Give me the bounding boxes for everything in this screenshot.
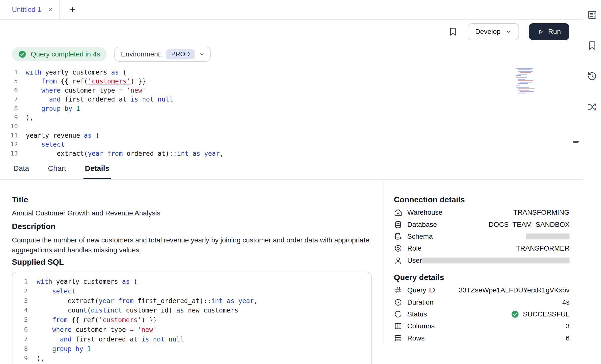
redacted-value <box>422 258 570 263</box>
supplied-sql-block: 1with yearly_customers as (2 select3 ext… <box>12 272 372 364</box>
line-number: 1 <box>0 68 18 77</box>
columns-icon <box>394 322 402 330</box>
code-text: and first_ordered_at is not null <box>37 335 184 344</box>
code-text: extract(year from ordered_at)::int as ye… <box>26 149 223 158</box>
tab-details[interactable]: Details <box>83 158 111 179</box>
queue-icon <box>587 9 598 20</box>
details-panel: Title Annual Customer Growth and Revenue… <box>0 180 383 344</box>
environment-selector[interactable]: Environment: PROD <box>114 47 211 62</box>
code-text: with yearly_customers as ( <box>37 277 137 286</box>
history-button[interactable] <box>587 71 598 82</box>
editor-tab-bar: Untitled 1 × <box>0 0 583 20</box>
code-text: ), <box>37 354 44 363</box>
code-text: where customer_type = 'new' <box>26 86 146 95</box>
environment-label: Environment: <box>121 50 162 58</box>
query-details-rows: Query ID33TZseWpe1ALFDUYerxR1gVKxbvDurat… <box>394 284 570 344</box>
detail-row-rows: Rows6 <box>394 332 570 344</box>
code-text: with yearly_customers as ( <box>26 68 127 77</box>
detail-value: 6 <box>566 334 570 342</box>
line-number: 5 <box>0 77 18 86</box>
line-number: 6 <box>12 325 28 335</box>
line-number: 1 <box>12 277 28 286</box>
bookmark-button[interactable] <box>448 27 458 37</box>
editor-minimap[interactable] <box>516 68 545 95</box>
line-number: 11 <box>0 131 18 140</box>
code-text: where customer_type = 'new' <box>37 325 157 335</box>
editor-lines: 1with yearly_customers as (5 from {{ ref… <box>0 68 583 158</box>
detail-row-status: StatusSUCCESSFUL <box>394 308 570 320</box>
query-status-pill: Query completed in 4s <box>12 47 107 61</box>
tab-label: Untitled 1 <box>12 6 41 14</box>
app-window: Untitled 1 × Develop Run <box>0 0 601 364</box>
rows-icon <box>394 334 402 342</box>
user-icon <box>394 256 402 265</box>
lineage-icon <box>587 102 598 112</box>
code-text: group by 1 <box>26 104 80 113</box>
code-line: 5 from {{ ref('customers') }} <box>0 77 583 86</box>
code-line: 9), <box>12 354 371 363</box>
detail-label: Status <box>407 310 427 318</box>
detail-row-database: DatabaseDOCS_TEAM_SANDBOX <box>394 218 570 230</box>
code-line: 12 select <box>0 140 583 149</box>
queue-button[interactable] <box>587 9 598 20</box>
clock-icon <box>394 298 402 307</box>
bookmark-button[interactable] <box>587 40 598 51</box>
editor-scrollbar-thumb[interactable] <box>573 141 579 143</box>
line-number: 7 <box>0 95 18 104</box>
toolbar: Develop Run <box>0 20 583 44</box>
line-number: 9 <box>0 113 18 122</box>
main-area: Untitled 1 × Develop Run <box>0 0 583 364</box>
detail-value: 4s <box>562 298 570 306</box>
code-text: ), <box>26 113 33 122</box>
code-line: 9), <box>0 113 583 122</box>
code-text: from {{ ref('customers') }} <box>26 77 146 86</box>
title-value: Annual Customer Growth and Revenue Analy… <box>12 208 372 218</box>
line-number: 10 <box>0 122 18 131</box>
detail-label: Rows <box>407 334 425 342</box>
details-content: Title Annual Customer Growth and Revenue… <box>0 180 583 344</box>
close-icon[interactable]: × <box>48 6 53 13</box>
detail-row-duration: Duration4s <box>394 296 570 308</box>
tab-chart[interactable]: Chart <box>46 158 67 179</box>
detail-label: User <box>407 257 422 264</box>
code-line: 1with yearly_customers as ( <box>12 277 371 286</box>
detail-label: Role <box>407 244 422 252</box>
redacted-value <box>526 234 570 239</box>
line-number: 6 <box>0 86 18 95</box>
line-number: 5 <box>12 315 28 325</box>
status-bar: Query completed in 4s Environment: PROD <box>0 44 583 65</box>
chevron-down-icon <box>506 29 512 35</box>
develop-dropdown[interactable]: Develop <box>468 23 519 40</box>
detail-value <box>526 234 570 239</box>
code-line: 8 group by 1 <box>12 344 371 354</box>
code-line: 13 extract(year from ordered_at)::int as… <box>0 149 583 158</box>
code-text: select <box>37 286 76 296</box>
code-line: 6 where customer_type = 'new' <box>12 325 371 335</box>
detail-row-query-id: Query ID33TZseWpe1ALFDUYerxR1gVKxbv <box>394 284 570 296</box>
run-button[interactable]: Run <box>529 23 569 40</box>
schema-icon <box>394 232 402 241</box>
code-line: 10 <box>0 122 583 131</box>
line-number: 9 <box>12 354 28 363</box>
detail-label: Schema <box>407 233 433 240</box>
code-text: count(distinct customer_id) as new_custo… <box>37 306 238 315</box>
check-circle-icon <box>18 50 26 58</box>
tab-untitled-1[interactable]: Untitled 1 × <box>0 0 60 19</box>
new-tab-button[interactable] <box>69 6 76 13</box>
sql-editor[interactable]: 1with yearly_customers as (5 from {{ ref… <box>0 65 583 158</box>
code-text: yearly_revenue as ( <box>26 131 99 140</box>
detail-label: Duration <box>407 298 434 306</box>
detail-row-user: User <box>394 255 570 266</box>
database-icon <box>394 220 402 229</box>
detail-value: TRANSFORMING <box>513 208 570 216</box>
detail-row-columns: Columns3 <box>394 320 570 332</box>
line-number: 8 <box>0 104 18 113</box>
detail-row-warehouse: WarehouseTRANSFORMING <box>394 207 570 218</box>
supplied-sql-lines: 1with yearly_customers as (2 select3 ext… <box>12 277 371 364</box>
detail-value: SUCCESSFUL <box>511 310 570 318</box>
lineage-button[interactable] <box>587 102 598 112</box>
code-text: group by 1 <box>37 344 91 354</box>
tab-data[interactable]: Data <box>12 158 30 179</box>
bookmark-icon <box>587 40 598 51</box>
code-text: select <box>26 140 65 149</box>
